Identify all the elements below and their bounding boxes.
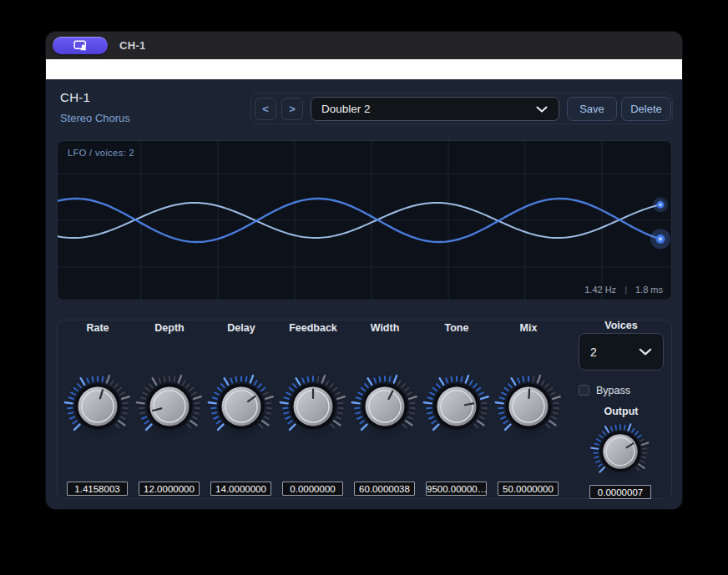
knob-label: Delay — [205, 322, 277, 334]
menu-strip — [46, 59, 682, 79]
0d-value-field[interactable] — [67, 482, 128, 496]
voices-dropdown[interactable]: 2 — [579, 333, 664, 371]
bypass-label: Bypass — [596, 385, 630, 396]
chevron-down-icon — [639, 348, 652, 356]
knob-5d[interactable] — [421, 371, 493, 442]
preset-next-button[interactable]: > — [281, 98, 303, 120]
bypass-checkbox[interactable] — [579, 385, 589, 396]
knob-cell: Tone — [421, 320, 493, 500]
voices-label: Voices — [579, 320, 664, 331]
knob-label: Mix — [493, 322, 564, 334]
knob-6d[interactable] — [493, 371, 564, 442]
knob-label: Tone — [421, 322, 493, 334]
delay-readout: 1.8 ms — [635, 285, 663, 295]
lfo-readout: 1.42 Hz | 1.8 ms — [584, 285, 663, 295]
lfo-voices-label: LFO / voices: 2 — [68, 148, 134, 158]
6d-value-field[interactable] — [498, 482, 559, 496]
monitor-user-icon — [73, 40, 88, 51]
3d-value-field[interactable] — [282, 482, 343, 496]
voices-value: 2 — [590, 346, 597, 359]
knob-cell: Depth — [134, 320, 205, 500]
knob-label: Width — [349, 322, 421, 334]
knob-4d[interactable] — [349, 371, 421, 442]
knob-label: Feedback — [277, 322, 349, 334]
knob-cell: Delay — [205, 320, 277, 500]
knob-label: Depth — [134, 322, 205, 334]
1d-value-field[interactable] — [139, 482, 200, 496]
knob-2d[interactable] — [205, 371, 277, 442]
knob-cell: Rate — [62, 320, 134, 500]
lfo-waveform-plot — [58, 141, 672, 300]
window-title: CH-1 — [119, 39, 146, 52]
channel-name: CH-1 — [60, 90, 90, 104]
preset-name: Doubler 2 — [321, 103, 371, 115]
controls-panel: Rate Depth Delay Feedback Width Tone Mix… — [57, 320, 672, 499]
screen-share-button[interactable] — [53, 37, 108, 54]
knob-label: Rate — [62, 322, 134, 334]
preset-dropdown[interactable]: Doubler 2 — [311, 97, 559, 121]
4d-value-field[interactable] — [354, 482, 415, 496]
knob-cell: Mix — [493, 320, 564, 500]
delete-button[interactable]: Delete — [621, 97, 671, 121]
freq-readout: 1.42 Hz — [584, 285, 616, 295]
5d-value-field[interactable] — [426, 482, 487, 496]
knob-cell: Feedback — [277, 320, 349, 500]
lfo-waveform-display: LFO / voices: 2 1.42 Hz | 1.8 ms — [57, 140, 672, 300]
save-button[interactable]: Save — [567, 97, 617, 121]
plugin-window: CH-1 CH-1 Stereo Chorus < > Doubler 2 Sa… — [46, 32, 682, 509]
chevron-down-icon — [536, 106, 548, 113]
plugin-body: CH-1 Stereo Chorus < > Doubler 2 Save De… — [46, 79, 682, 509]
bypass-toggle[interactable]: Bypass — [579, 384, 630, 396]
output-label: Output — [579, 406, 664, 417]
title-bar: CH-1 — [46, 32, 682, 59]
output-value-field[interactable] — [589, 485, 651, 499]
knob-3d[interactable] — [277, 371, 349, 442]
knob-1d[interactable] — [134, 371, 205, 442]
knob-output[interactable] — [589, 420, 652, 483]
knob-cell: Width — [349, 320, 421, 500]
preset-prev-button[interactable]: < — [255, 98, 276, 120]
2d-value-field[interactable] — [210, 482, 271, 496]
knob-0d[interactable] — [62, 371, 134, 442]
screen: CH-1 CH-1 Stereo Chorus < > Doubler 2 Sa… — [0, 0, 728, 575]
plugin-type-label: Stereo Chorus — [60, 112, 130, 124]
readout-separator: | — [624, 285, 627, 295]
preset-panel: < > Doubler 2 Save Delete — [250, 93, 673, 124]
